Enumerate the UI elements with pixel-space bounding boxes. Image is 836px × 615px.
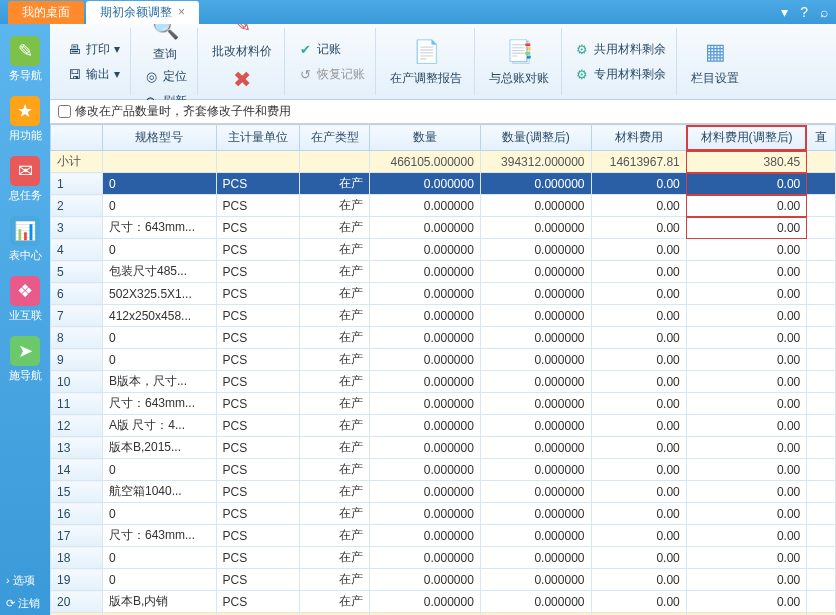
sidebar-icon: ➤: [10, 336, 40, 366]
table-row[interactable]: 190PCS在产0.0000000.0000000.000.00: [51, 569, 836, 591]
shared-material-button[interactable]: ⚙共用材料剩余: [570, 38, 670, 61]
dropdown-icon[interactable]: ▾: [781, 4, 788, 20]
target-icon: ◎: [143, 69, 159, 85]
subtotal-row: 小计466105.000000394312.00000014613967.813…: [51, 151, 836, 173]
col-header[interactable]: 数量(调整后): [480, 125, 591, 151]
close-icon[interactable]: ×: [178, 5, 185, 19]
table-row[interactable]: 13版本B,2015...PCS在产0.0000000.0000000.000.…: [51, 437, 836, 459]
sidebar-item-2[interactable]: ✉息任务: [2, 150, 48, 208]
col-header[interactable]: [51, 125, 103, 151]
sidebar-bottom-0[interactable]: › 选项: [0, 569, 50, 592]
search-icon[interactable]: ⌕: [820, 4, 828, 20]
table-row[interactable]: 12A版 尺寸：4...PCS在产0.0000000.0000000.000.0…: [51, 415, 836, 437]
table-row[interactable]: 11尺寸：643mm...PCS在产0.0000000.0000000.000.…: [51, 393, 836, 415]
tab-opening-balance[interactable]: 期初余额调整×: [86, 1, 199, 24]
sidebar-item-4[interactable]: ❖业互联: [2, 270, 48, 328]
titlebar: 我的桌面 期初余额调整× ▾ ? ⌕: [0, 0, 836, 24]
query-button[interactable]: 🔍查询: [143, 24, 187, 65]
table-row[interactable]: 180PCS在产0.0000000.0000000.000.00: [51, 547, 836, 569]
sidebar-icon: 📊: [10, 216, 40, 246]
clear-icon: ✖: [226, 64, 258, 96]
table-row[interactable]: 6502X325.5X1...PCS在产0.0000000.0000000.00…: [51, 283, 836, 305]
export-button[interactable]: 🖫输出 ▾: [62, 63, 124, 86]
col-header[interactable]: 规格型号: [103, 125, 217, 151]
column-setting-button[interactable]: ▦栏目设置: [685, 34, 745, 89]
post-button[interactable]: ✔记账: [293, 38, 369, 61]
table-row[interactable]: 20版本B,内销PCS在产0.0000000.0000000.000.00: [51, 591, 836, 613]
table-row[interactable]: 10PCS在产0.0000000.0000000.000.00: [51, 173, 836, 195]
locate-button[interactable]: ◎定位: [139, 65, 191, 88]
sync-children-checkbox[interactable]: [58, 105, 71, 118]
table-row[interactable]: 160PCS在产0.0000000.0000000.000.00: [51, 503, 836, 525]
search-icon: 🔍: [149, 24, 181, 44]
col-header[interactable]: 直: [807, 125, 836, 151]
undo-post-button[interactable]: ↺恢复记账: [293, 63, 369, 86]
table-row[interactable]: 20PCS在产0.0000000.0000000.000.00: [51, 195, 836, 217]
sidebar-item-label: 息任务: [9, 188, 42, 203]
wip-report-button[interactable]: 📄在产调整报告: [384, 34, 468, 89]
table-row[interactable]: 3尺寸：643mm...PCS在产0.0000000.0000000.000.0…: [51, 217, 836, 239]
dedicated-material-button[interactable]: ⚙专用材料剩余: [570, 63, 670, 86]
sidebar-icon: ★: [10, 96, 40, 126]
help-icon[interactable]: ?: [800, 4, 808, 20]
check-icon: ✔: [297, 41, 313, 57]
export-icon: 🖫: [66, 66, 82, 82]
sidebar-icon: ✉: [10, 156, 40, 186]
sidebar-icon: ✎: [10, 36, 40, 66]
grid[interactable]: 规格型号主计量单位在产类型数量数量(调整后)材料费用材料费用(调整后)直小计46…: [50, 124, 836, 615]
sidebar: ✎务导航★用功能✉息任务📊表中心❖业互联➤施导航 › 选项⟳ 注销: [0, 24, 50, 615]
sidebar-item-5[interactable]: ➤施导航: [2, 330, 48, 388]
sidebar-item-0[interactable]: ✎务导航: [2, 30, 48, 88]
sidebar-bottom-1[interactable]: ⟳ 注销: [0, 592, 50, 615]
sidebar-icon: ❖: [10, 276, 40, 306]
gear-icon: ⚙: [574, 66, 590, 82]
report-icon: 📄: [410, 36, 442, 68]
table-row[interactable]: 90PCS在产0.0000000.0000000.000.00: [51, 349, 836, 371]
link-icon: ⚙: [574, 41, 590, 57]
sidebar-item-3[interactable]: 📊表中心: [2, 210, 48, 268]
table-row[interactable]: 80PCS在产0.0000000.0000000.000.00: [51, 327, 836, 349]
sidebar-item-label: 业互联: [9, 308, 42, 323]
table-row[interactable]: 140PCS在产0.0000000.0000000.000.00: [51, 459, 836, 481]
sidebar-item-1[interactable]: ★用功能: [2, 90, 48, 148]
ribbon: 🖶打印 ▾ 🖫输出 ▾ 🔍查询 ◎定位 ⟳刷新 ✎批改材料价 ✖全清: [50, 24, 836, 100]
sidebar-item-label: 施导航: [9, 368, 42, 383]
sync-children-label: 修改在产品数量时，齐套修改子件和费用: [75, 103, 291, 120]
columns-icon: ▦: [699, 36, 731, 68]
col-header[interactable]: 主计量单位: [216, 125, 300, 151]
ledger-icon: 📑: [503, 36, 535, 68]
print-button[interactable]: 🖶打印 ▾: [62, 38, 124, 61]
sidebar-item-label: 用功能: [9, 128, 42, 143]
batch-price-button[interactable]: ✎批改材料价: [206, 24, 278, 62]
table-row[interactable]: 40PCS在产0.0000000.0000000.000.00: [51, 239, 836, 261]
table-row[interactable]: 17尺寸：643mm...PCS在产0.0000000.0000000.000.…: [51, 525, 836, 547]
table-row[interactable]: 10B版本，尺寸...PCS在产0.0000000.0000000.000.00: [51, 371, 836, 393]
col-header[interactable]: 数量: [370, 125, 481, 151]
col-header[interactable]: 材料费用: [591, 125, 686, 151]
table-row[interactable]: 7412x250x458...PCS在产0.0000000.0000000.00…: [51, 305, 836, 327]
col-header[interactable]: 材料费用(调整后): [686, 125, 806, 151]
printer-icon: 🖶: [66, 41, 82, 57]
tab-desktop[interactable]: 我的桌面: [8, 1, 84, 24]
option-row: 修改在产品数量时，齐套修改子件和费用: [50, 100, 836, 124]
reconcile-button[interactable]: 📑与总账对账: [483, 34, 555, 89]
tab-strip: 我的桌面 期初余额调整×: [8, 1, 199, 24]
edit-icon: ✎: [226, 24, 258, 41]
sidebar-item-label: 表中心: [9, 248, 42, 263]
table-row[interactable]: 15航空箱1040...PCS在产0.0000000.0000000.000.0…: [51, 481, 836, 503]
undo-icon: ↺: [297, 66, 313, 82]
table-row[interactable]: 5包装尺寸485...PCS在产0.0000000.0000000.000.00: [51, 261, 836, 283]
sidebar-item-label: 务导航: [9, 68, 42, 83]
col-header[interactable]: 在产类型: [300, 125, 370, 151]
